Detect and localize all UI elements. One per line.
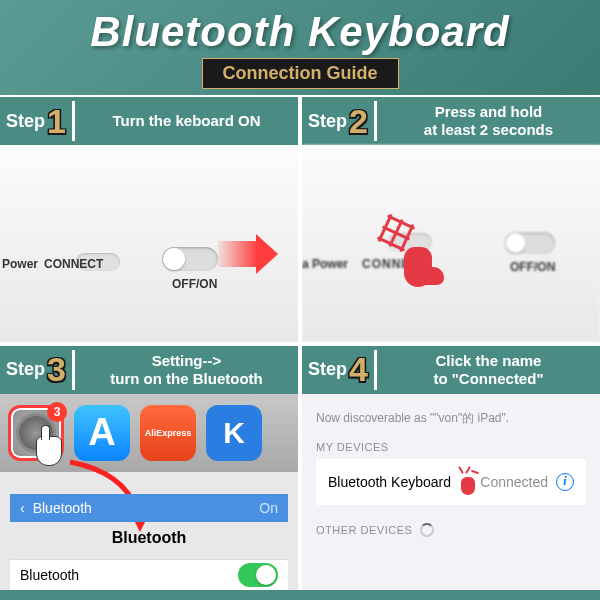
step-2-content: a Power CONNECT OFF/ON: [302, 145, 600, 342]
other-devices-header: OTHER DEVICES: [316, 523, 586, 537]
power-label: a Power: [302, 257, 348, 271]
keyboard-surface: Power CONNECT OFF/ON: [0, 145, 298, 342]
device-row[interactable]: Bluetooth Keyboard Connected i: [316, 459, 586, 505]
step-1: Step 1 Turn the keboard ON Power CONNECT…: [0, 97, 298, 342]
device-status: Connected: [480, 474, 548, 490]
step-header: Step 1 Turn the keboard ON: [0, 97, 298, 145]
step-2: Step 2 Press and hold at least 2 seconds…: [302, 97, 600, 342]
appstore-app-icon[interactable]: A: [74, 405, 130, 461]
bluetooth-on-label: On: [259, 500, 278, 516]
step-label: Step 2: [302, 97, 374, 145]
step-instruction: Press and hold at least 2 seconds: [377, 97, 600, 145]
ali-label: AliExpress: [145, 428, 192, 438]
bluetooth-nav-bar[interactable]: ‹ Bluetooth On: [10, 494, 288, 522]
step-1-content: Power CONNECT OFF/ON: [0, 145, 298, 342]
arrow-icon: [218, 241, 258, 267]
power-label: Power: [2, 257, 38, 271]
connect-label: CONNECT: [44, 257, 103, 271]
k-app-icon[interactable]: K: [206, 405, 262, 461]
step-number: 3: [47, 350, 66, 389]
steps-grid: Step 1 Turn the keboard ON Power CONNECT…: [0, 95, 600, 590]
power-switch[interactable]: [505, 232, 555, 254]
offon-label: OFF/ON: [510, 260, 555, 274]
step-label: Step 4: [302, 346, 374, 394]
step-instruction: Click the name to "Connected": [377, 346, 600, 394]
info-icon[interactable]: i: [556, 473, 574, 491]
appstore-glyph: A: [88, 411, 115, 454]
offon-label: OFF/ON: [172, 277, 217, 291]
subtitle: Connection Guide: [202, 58, 399, 89]
step-number: 4: [349, 350, 368, 389]
step-4-content: Now discoverable as ""von"的 iPad". MY DE…: [302, 394, 600, 591]
step-label: Step 1: [0, 97, 72, 145]
step-number: 2: [349, 102, 368, 141]
tap-indicator-icon: [457, 471, 479, 493]
step-text: Step: [308, 111, 347, 132]
aliexpress-app-icon[interactable]: AliExpress: [140, 405, 196, 461]
header: Bluetooth Keyboard Connection Guide: [0, 0, 600, 95]
back-chevron-icon[interactable]: ‹: [20, 500, 25, 516]
step-header: Step 2 Press and hold at least 2 seconds: [302, 97, 600, 145]
bluetooth-page-title: Bluetooth: [10, 529, 288, 547]
bluetooth-toggle[interactable]: [238, 563, 278, 587]
k-label: K: [223, 416, 245, 450]
device-name: Bluetooth Keyboard: [328, 474, 451, 490]
bluetooth-toggle-row[interactable]: Bluetooth: [10, 559, 288, 591]
other-devices-label: OTHER DEVICES: [316, 524, 412, 536]
spinner-icon: [420, 523, 434, 537]
step-4: Step 4 Click the name to "Connected" Now…: [302, 346, 600, 591]
step-label: Step 3: [0, 346, 72, 394]
step-number: 1: [47, 102, 66, 141]
step-text: Step: [6, 111, 45, 132]
my-devices-header: MY DEVICES: [316, 441, 586, 453]
step-header: Step 4 Click the name to "Connected": [302, 346, 600, 394]
notification-badge: 3: [47, 402, 67, 422]
step-3-content: 3 A AliExpress K ‹ Bluetooth On Bluetoot…: [0, 394, 298, 591]
main-title: Bluetooth Keyboard: [0, 8, 600, 56]
discoverable-text: Now discoverable as ""von"的 iPad".: [316, 410, 586, 427]
bluetooth-nav-title: Bluetooth: [33, 500, 92, 516]
step-text: Step: [6, 359, 45, 380]
step-text: Step: [308, 359, 347, 380]
power-switch[interactable]: [162, 247, 218, 271]
bluetooth-settings-pane: Now discoverable as ""von"的 iPad". MY DE…: [302, 394, 600, 591]
step-instruction: Turn the keboard ON: [75, 97, 298, 145]
step-header: Step 3 Setting--> turn on the Bluetooth: [0, 346, 298, 394]
step-3: Step 3 Setting--> turn on the Bluetooth …: [0, 346, 298, 591]
step-instruction: Setting--> turn on the Bluetooth: [75, 346, 298, 394]
keyboard-surface: a Power CONNECT OFF/ON: [302, 145, 600, 342]
bluetooth-row-label: Bluetooth: [20, 567, 79, 583]
